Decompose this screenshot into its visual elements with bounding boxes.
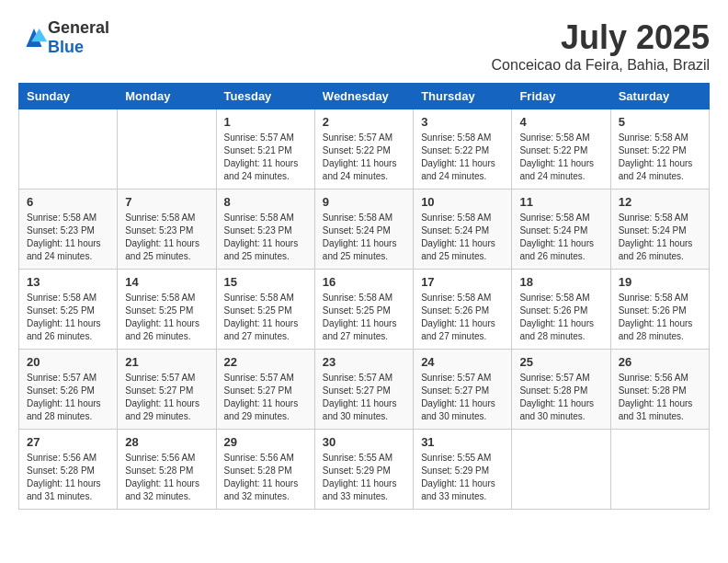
day-number: 1	[224, 115, 307, 129]
calendar-cell: 14Sunrise: 5:58 AM Sunset: 5:25 PM Dayli…	[118, 270, 216, 350]
calendar-cell: 12Sunrise: 5:58 AM Sunset: 5:24 PM Dayli…	[610, 190, 709, 270]
calendar-cell: 9Sunrise: 5:58 AM Sunset: 5:24 PM Daylig…	[314, 190, 413, 270]
day-info: Sunrise: 5:58 AM Sunset: 5:23 PM Dayligh…	[125, 212, 208, 263]
day-number: 14	[125, 275, 208, 289]
calendar-week-5: 27Sunrise: 5:56 AM Sunset: 5:28 PM Dayli…	[19, 430, 710, 510]
calendar-cell: 24Sunrise: 5:57 AM Sunset: 5:27 PM Dayli…	[414, 350, 512, 430]
day-number: 18	[519, 275, 602, 289]
header-monday: Monday	[118, 84, 216, 109]
day-info: Sunrise: 5:58 AM Sunset: 5:25 PM Dayligh…	[125, 292, 208, 343]
day-info: Sunrise: 5:58 AM Sunset: 5:23 PM Dayligh…	[224, 212, 307, 263]
day-number: 24	[421, 355, 504, 369]
calendar-cell: 4Sunrise: 5:58 AM Sunset: 5:22 PM Daylig…	[512, 109, 610, 190]
header-sunday: Sunday	[19, 84, 118, 109]
day-number: 12	[619, 195, 701, 209]
day-info: Sunrise: 5:57 AM Sunset: 5:27 PM Dayligh…	[224, 372, 307, 423]
logo-general: General	[48, 18, 109, 37]
day-number: 10	[421, 195, 504, 209]
day-number: 20	[27, 355, 109, 369]
calendar-cell: 27Sunrise: 5:56 AM Sunset: 5:28 PM Dayli…	[19, 430, 118, 510]
day-number: 9	[323, 195, 405, 209]
day-info: Sunrise: 5:58 AM Sunset: 5:24 PM Dayligh…	[619, 212, 701, 263]
day-number: 28	[125, 435, 208, 449]
day-number: 19	[619, 275, 701, 289]
day-number: 25	[519, 355, 602, 369]
header-saturday: Saturday	[610, 84, 709, 109]
day-info: Sunrise: 5:58 AM Sunset: 5:22 PM Dayligh…	[421, 132, 504, 183]
day-number: 11	[519, 195, 602, 209]
day-number: 26	[619, 355, 701, 369]
calendar-week-2: 6Sunrise: 5:58 AM Sunset: 5:23 PM Daylig…	[19, 190, 710, 270]
calendar-cell: 21Sunrise: 5:57 AM Sunset: 5:27 PM Dayli…	[118, 350, 216, 430]
header-friday: Friday	[512, 84, 610, 109]
day-info: Sunrise: 5:57 AM Sunset: 5:21 PM Dayligh…	[224, 132, 307, 183]
calendar-cell: 16Sunrise: 5:58 AM Sunset: 5:25 PM Dayli…	[314, 270, 413, 350]
header-wednesday: Wednesday	[314, 84, 413, 109]
calendar-cell	[610, 430, 709, 510]
day-number: 22	[224, 355, 307, 369]
calendar-table: SundayMondayTuesdayWednesdayThursdayFrid…	[18, 83, 710, 510]
day-info: Sunrise: 5:56 AM Sunset: 5:28 PM Dayligh…	[125, 452, 208, 503]
day-info: Sunrise: 5:56 AM Sunset: 5:28 PM Dayligh…	[224, 452, 307, 503]
day-info: Sunrise: 5:57 AM Sunset: 5:27 PM Dayligh…	[323, 372, 405, 423]
calendar-cell: 22Sunrise: 5:57 AM Sunset: 5:27 PM Dayli…	[216, 350, 314, 430]
day-info: Sunrise: 5:58 AM Sunset: 5:25 PM Dayligh…	[224, 292, 307, 343]
day-number: 23	[323, 355, 405, 369]
calendar-week-3: 13Sunrise: 5:58 AM Sunset: 5:25 PM Dayli…	[19, 270, 710, 350]
calendar-cell: 18Sunrise: 5:58 AM Sunset: 5:26 PM Dayli…	[512, 270, 610, 350]
day-info: Sunrise: 5:56 AM Sunset: 5:28 PM Dayligh…	[619, 372, 701, 423]
calendar-cell: 3Sunrise: 5:58 AM Sunset: 5:22 PM Daylig…	[414, 109, 512, 190]
page-header: General Blue July 2025 Conceicao da Feir…	[18, 18, 710, 74]
day-number: 7	[125, 195, 208, 209]
day-info: Sunrise: 5:58 AM Sunset: 5:24 PM Dayligh…	[519, 212, 602, 263]
calendar-cell: 25Sunrise: 5:57 AM Sunset: 5:28 PM Dayli…	[512, 350, 610, 430]
day-info: Sunrise: 5:58 AM Sunset: 5:22 PM Dayligh…	[619, 132, 701, 183]
calendar-cell: 26Sunrise: 5:56 AM Sunset: 5:28 PM Dayli…	[610, 350, 709, 430]
day-info: Sunrise: 5:55 AM Sunset: 5:29 PM Dayligh…	[323, 452, 405, 503]
calendar-cell: 23Sunrise: 5:57 AM Sunset: 5:27 PM Dayli…	[314, 350, 413, 430]
calendar-cell: 2Sunrise: 5:57 AM Sunset: 5:22 PM Daylig…	[314, 109, 413, 190]
calendar-cell: 30Sunrise: 5:55 AM Sunset: 5:29 PM Dayli…	[314, 430, 413, 510]
day-info: Sunrise: 5:57 AM Sunset: 5:27 PM Dayligh…	[125, 372, 208, 423]
day-info: Sunrise: 5:57 AM Sunset: 5:28 PM Dayligh…	[519, 372, 602, 423]
title-section: July 2025 Conceicao da Feira, Bahia, Bra…	[492, 18, 710, 74]
calendar-cell: 29Sunrise: 5:56 AM Sunset: 5:28 PM Dayli…	[216, 430, 314, 510]
day-number: 29	[224, 435, 307, 449]
day-info: Sunrise: 5:58 AM Sunset: 5:26 PM Dayligh…	[519, 292, 602, 343]
calendar-week-4: 20Sunrise: 5:57 AM Sunset: 5:26 PM Dayli…	[19, 350, 710, 430]
calendar-cell	[118, 109, 216, 190]
calendar-cell: 19Sunrise: 5:58 AM Sunset: 5:26 PM Dayli…	[610, 270, 709, 350]
day-info: Sunrise: 5:58 AM Sunset: 5:24 PM Dayligh…	[323, 212, 405, 263]
calendar-header-row: SundayMondayTuesdayWednesdayThursdayFrid…	[19, 84, 710, 109]
day-number: 2	[323, 115, 405, 129]
day-number: 6	[27, 195, 109, 209]
day-number: 17	[421, 275, 504, 289]
calendar-cell	[512, 430, 610, 510]
day-info: Sunrise: 5:57 AM Sunset: 5:22 PM Dayligh…	[323, 132, 405, 183]
day-number: 30	[323, 435, 405, 449]
calendar-cell: 31Sunrise: 5:55 AM Sunset: 5:29 PM Dayli…	[414, 430, 512, 510]
month-title: July 2025	[492, 18, 710, 57]
day-number: 5	[619, 115, 701, 129]
day-number: 13	[27, 275, 109, 289]
calendar-cell: 8Sunrise: 5:58 AM Sunset: 5:23 PM Daylig…	[216, 190, 314, 270]
calendar-cell: 17Sunrise: 5:58 AM Sunset: 5:26 PM Dayli…	[414, 270, 512, 350]
day-number: 27	[27, 435, 109, 449]
calendar-cell: 1Sunrise: 5:57 AM Sunset: 5:21 PM Daylig…	[216, 109, 314, 190]
day-info: Sunrise: 5:58 AM Sunset: 5:24 PM Dayligh…	[421, 212, 504, 263]
day-info: Sunrise: 5:58 AM Sunset: 5:25 PM Dayligh…	[27, 292, 109, 343]
calendar-cell: 7Sunrise: 5:58 AM Sunset: 5:23 PM Daylig…	[118, 190, 216, 270]
day-info: Sunrise: 5:58 AM Sunset: 5:25 PM Dayligh…	[323, 292, 405, 343]
day-number: 21	[125, 355, 208, 369]
day-info: Sunrise: 5:58 AM Sunset: 5:26 PM Dayligh…	[619, 292, 701, 343]
calendar-cell: 6Sunrise: 5:58 AM Sunset: 5:23 PM Daylig…	[19, 190, 118, 270]
calendar-body: 1Sunrise: 5:57 AM Sunset: 5:21 PM Daylig…	[19, 109, 710, 510]
day-number: 3	[421, 115, 504, 129]
day-number: 16	[323, 275, 405, 289]
day-info: Sunrise: 5:57 AM Sunset: 5:26 PM Dayligh…	[27, 372, 109, 423]
day-info: Sunrise: 5:58 AM Sunset: 5:22 PM Dayligh…	[519, 132, 602, 183]
header-thursday: Thursday	[414, 84, 512, 109]
calendar-cell	[19, 109, 118, 190]
day-number: 8	[224, 195, 307, 209]
calendar-cell: 5Sunrise: 5:58 AM Sunset: 5:22 PM Daylig…	[610, 109, 709, 190]
